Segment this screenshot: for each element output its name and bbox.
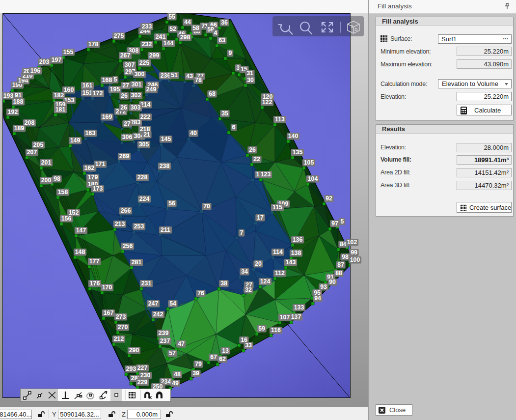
svg-text:4: 4 [214, 29, 217, 36]
svg-text:27: 27 [122, 82, 129, 89]
svg-text:33: 33 [245, 342, 252, 349]
svg-text:228: 228 [137, 174, 148, 181]
svg-text:90: 90 [329, 279, 336, 285]
svg-text:196: 196 [30, 67, 41, 74]
svg-text:151: 151 [82, 89, 93, 96]
svg-text:156: 156 [61, 215, 72, 222]
svg-text:97: 97 [331, 220, 338, 227]
svg-text:239: 239 [159, 330, 169, 336]
svg-text:193: 193 [3, 92, 14, 99]
svg-text:176: 176 [90, 280, 100, 287]
svg-text:306: 306 [122, 134, 133, 140]
svg-text:116: 116 [271, 327, 281, 334]
svg-text:47: 47 [178, 340, 185, 347]
svg-text:197: 197 [52, 56, 62, 63]
svg-text:30: 30 [247, 77, 254, 84]
svg-text:104: 104 [308, 175, 318, 182]
svg-text:236: 236 [161, 72, 171, 79]
svg-text:298: 298 [180, 34, 190, 41]
svg-text:99: 99 [351, 249, 357, 256]
svg-text:31: 31 [246, 70, 253, 77]
svg-text:100: 100 [350, 256, 360, 263]
svg-text:17: 17 [257, 214, 264, 221]
svg-text:123: 123 [261, 171, 271, 178]
svg-text:7: 7 [240, 229, 244, 236]
svg-text:112: 112 [275, 270, 285, 277]
svg-text:192: 192 [8, 109, 18, 115]
svg-text:267: 267 [120, 52, 131, 59]
svg-text:135: 135 [293, 149, 303, 156]
svg-text:91: 91 [15, 92, 22, 99]
svg-text:105: 105 [304, 159, 314, 166]
svg-text:303: 303 [131, 104, 141, 111]
svg-text:55: 55 [168, 13, 175, 20]
svg-text:5: 5 [114, 76, 117, 83]
svg-text:51: 51 [171, 72, 178, 79]
svg-text:6: 6 [232, 124, 236, 131]
svg-text:26: 26 [121, 92, 128, 99]
svg-text:163: 163 [85, 130, 96, 137]
svg-text:102: 102 [347, 239, 357, 246]
svg-text:147: 147 [76, 227, 86, 234]
svg-text:225: 225 [139, 59, 150, 66]
svg-text:145: 145 [161, 136, 171, 142]
svg-text:57: 57 [169, 350, 176, 357]
svg-text:26: 26 [120, 104, 127, 111]
svg-text:212: 212 [114, 336, 124, 342]
svg-text:54: 54 [169, 300, 176, 307]
svg-text:233: 233 [142, 23, 152, 30]
svg-text:158: 158 [58, 189, 68, 196]
svg-text:76: 76 [197, 290, 204, 297]
svg-text:143: 143 [286, 259, 296, 266]
svg-text:155: 155 [63, 49, 74, 56]
svg-text:300: 300 [135, 71, 145, 78]
svg-text:58: 58 [192, 25, 199, 31]
svg-text:39: 39 [192, 370, 199, 377]
svg-text:178: 178 [88, 41, 99, 48]
svg-text:107: 107 [280, 314, 290, 321]
svg-text:237: 237 [160, 337, 170, 344]
svg-text:20: 20 [255, 260, 262, 267]
svg-text:136: 136 [293, 236, 303, 243]
svg-text:98: 98 [54, 175, 60, 182]
svg-text:38: 38 [220, 280, 227, 287]
svg-text:169: 169 [102, 113, 112, 120]
svg-text:275: 275 [114, 32, 124, 39]
svg-text:21: 21 [143, 131, 150, 138]
svg-text:266: 266 [121, 207, 131, 214]
svg-text:26: 26 [249, 146, 256, 153]
svg-text:247: 247 [148, 300, 159, 307]
svg-text:88: 88 [335, 270, 342, 277]
svg-text:302: 302 [131, 92, 141, 99]
svg-text:173: 173 [93, 185, 103, 192]
svg-text:133: 133 [294, 304, 304, 311]
svg-text:22: 22 [253, 156, 260, 163]
svg-text:273: 273 [116, 313, 126, 320]
svg-text:138: 138 [291, 250, 301, 256]
svg-text:162: 162 [84, 165, 95, 171]
svg-text:293: 293 [126, 365, 136, 372]
svg-text:5: 5 [341, 218, 344, 225]
svg-text:32: 32 [245, 286, 252, 293]
svg-text:256: 256 [123, 243, 133, 250]
svg-text:43: 43 [186, 73, 193, 80]
svg-text:115: 115 [272, 204, 282, 211]
svg-text:56: 56 [168, 200, 175, 207]
svg-text:238: 238 [160, 163, 170, 169]
svg-text:67: 67 [210, 354, 217, 361]
svg-text:44: 44 [184, 19, 191, 26]
svg-text:213: 213 [115, 221, 125, 227]
svg-text:307: 307 [125, 61, 135, 68]
svg-text:114: 114 [273, 249, 283, 255]
svg-text:52: 52 [169, 26, 176, 32]
svg-text:301: 301 [132, 81, 142, 88]
svg-text:229: 229 [137, 379, 148, 386]
svg-text:59: 59 [258, 325, 265, 332]
svg-text:283: 283 [131, 119, 141, 126]
svg-text:160: 160 [64, 86, 74, 93]
svg-text:181: 181 [55, 106, 66, 113]
svg-text:305: 305 [139, 141, 149, 148]
svg-text:140: 140 [288, 133, 299, 140]
svg-text:124: 124 [260, 278, 271, 285]
svg-text:94: 94 [314, 295, 321, 302]
